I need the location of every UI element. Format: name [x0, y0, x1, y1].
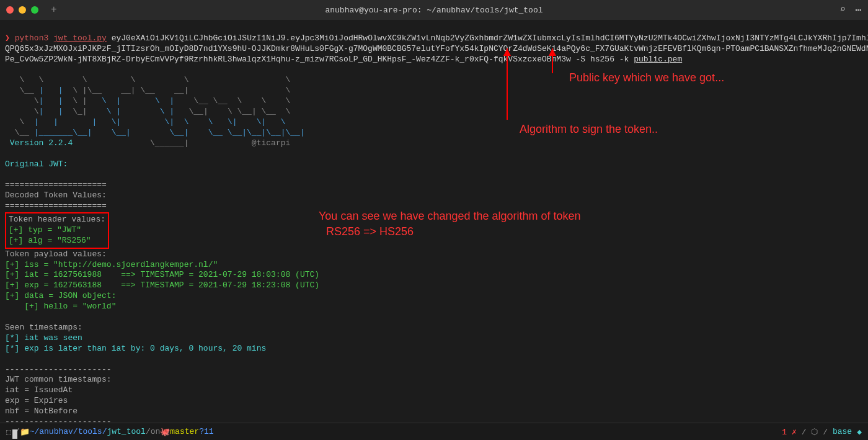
terminal-body[interactable]: ❯ python3 jwt_tool.py eyJ0eXAiOiJKV1QiLC… — [0, 20, 868, 440]
cursor — [12, 429, 17, 439]
original-jwt-label: Original JWT: — [5, 159, 73, 169]
status-error: 1 ✗ — [782, 427, 796, 437]
window-title: anubhav@you-are-pro: ~/anubhav/tools/jwt… — [325, 6, 542, 15]
menu-icon[interactable] — [855, 3, 862, 17]
typ-line: [+] typ = "JWT" — [9, 225, 81, 235]
status-branch: master — [170, 427, 199, 436]
status-icon: ⬚ — [6, 427, 11, 437]
annotation-algo: Algorithm to sign the token.. — [520, 123, 658, 136]
arrow-pubkey — [552, 48, 553, 73]
dashes-1: ---------------------- — [5, 365, 112, 374]
iat-line: [+] iat = 1627561988 ==> TIMESTAMP = 202… — [5, 270, 319, 279]
prompt-symbol: ❯ — [5, 34, 10, 43]
maximize-window-button[interactable] — [31, 6, 38, 14]
handle-text: \______| @ticarpi — [150, 138, 319, 148]
decoded-header: Decoded Token Values: — [5, 191, 107, 200]
command-token-2: QPQ65x3xJzMXOJxiPJKPzF_jITIzsrOh_mOIyD8D… — [5, 44, 868, 53]
status-sep-2: / — [146, 427, 151, 436]
status-path-1: ~/anubhav/tools/ — [30, 427, 107, 436]
nbf-def: nbf = NotBefore — [5, 406, 78, 416]
new-tab-button[interactable]: + — [51, 4, 57, 16]
command-token-3: Pe_CvOw5ZP2WkN-jNT8XBjRZ-DrbyECmVVPyf9Rz… — [5, 55, 634, 64]
data-line: [+] data = JSON object: — [5, 291, 116, 300]
command-script: jwt_tool.py — [53, 34, 107, 43]
annotation-change-2: RS256 => HS256 — [326, 225, 414, 238]
version-text: Version 2.2.4 — [5, 138, 150, 148]
payload-label: Token payload values: — [5, 249, 107, 259]
header-values-box: Token header values: [+] typ = "JWT" [+]… — [5, 212, 109, 249]
exp-line: [+] exp = 1627563188 ==> TIMESTAMP = 202… — [5, 281, 319, 290]
iat-def: iat = IssuedAt — [5, 385, 73, 395]
window-controls — [6, 6, 38, 14]
status-diamond: ◆ — [857, 427, 862, 437]
common-ts-label: JWT common timestamps: — [5, 375, 112, 384]
iat-seen: [*] iat was seen — [5, 333, 82, 343]
search-icon[interactable] — [840, 3, 846, 17]
annotation-change-1: You can see we have changed the algorith… — [319, 210, 581, 223]
status-bar: ⬚ / 📁 ~/anubhav/tools/jwt_tool / on 🐙 ma… — [0, 423, 868, 440]
status-suffix: ?11 — [199, 427, 213, 436]
status-sep-3: / ⬡ / — [802, 427, 828, 437]
title-bar: + anubhav@you-are-pro: ~/anubhav/tools/j… — [0, 0, 868, 20]
command-python: python3 — [15, 34, 49, 43]
token-header-label: Token header values: — [9, 215, 105, 224]
command-token-1: eyJ0eXAiOiJKV1QiLCJhbGciOiJSUzI1NiJ9.eyJ… — [112, 34, 868, 43]
separator-2: ===================== — [5, 201, 107, 210]
hello-line: [+] hello = "world" — [5, 302, 116, 311]
exp-later: [*] exp is later than iat by: 0 days, 0 … — [5, 344, 266, 353]
iss-line: [+] iss = "http://demo.sjoerdlangkemper.… — [5, 260, 218, 269]
close-window-button[interactable] — [6, 6, 14, 14]
exp-def: exp = Expires — [5, 396, 68, 405]
git-icon: 🐙 — [160, 427, 170, 437]
arrow-algo — [507, 48, 508, 120]
ascii-logo: \ \ \ \ \ \ \__ | | \ |\__ __| \__ __| \… — [5, 75, 305, 137]
alg-line: [+] alg = "RS256" — [9, 236, 91, 245]
folder-icon: 📁 — [20, 427, 30, 437]
separator-1: ===================== — [5, 180, 107, 189]
command-pubkey: public.pem — [634, 55, 682, 64]
annotation-pubkey: Public key which we have got... — [569, 71, 724, 84]
seen-ts-label: Seen timestamps: — [5, 323, 82, 332]
status-base: base — [833, 427, 852, 437]
status-path-2: jwt_tool — [107, 427, 145, 436]
minimize-window-button[interactable] — [19, 6, 26, 14]
status-on: on — [151, 427, 161, 436]
